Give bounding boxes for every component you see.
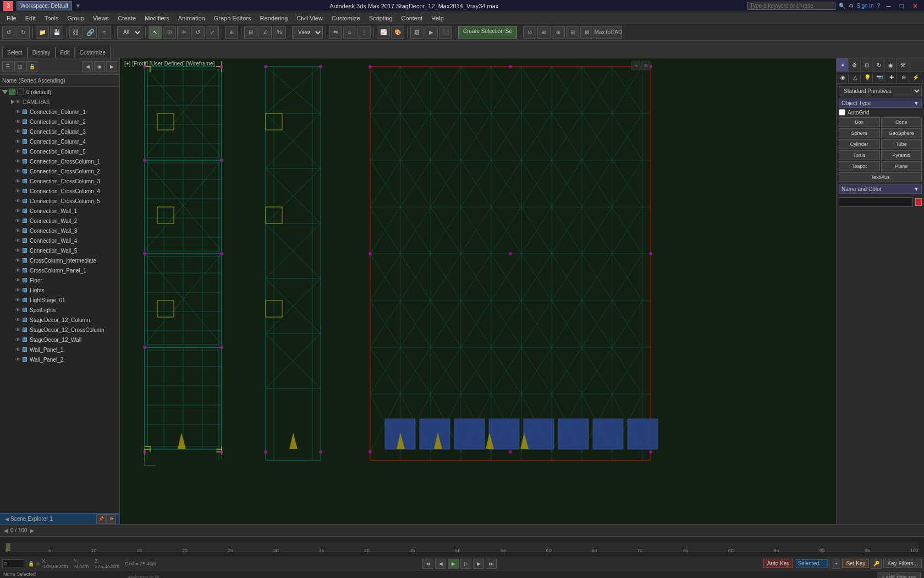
- percent-snap[interactable]: %: [273, 26, 286, 39]
- sign-in-link[interactable]: Sign In: [857, 3, 874, 9]
- list-item[interactable]: 👁 LightStage_01: [0, 295, 119, 305]
- render-frame-button[interactable]: ▶: [425, 26, 438, 39]
- eye-icon[interactable]: 👁: [15, 139, 20, 144]
- eye-icon[interactable]: 👁: [15, 287, 20, 293]
- align-button[interactable]: ≡: [343, 26, 356, 39]
- minimize-button[interactable]: ─: [883, 2, 894, 10]
- rotate-button[interactable]: ↺: [191, 26, 205, 39]
- eye-icon[interactable]: 👁: [15, 307, 20, 313]
- se-lock-icon[interactable]: 🔒: [26, 61, 37, 72]
- menu-rendering[interactable]: Rendering: [256, 14, 293, 23]
- key-mode-icon[interactable]: 🔑: [871, 559, 882, 569]
- active-render-button[interactable]: ⬛: [439, 26, 452, 39]
- viewport-canvas[interactable]: + ⊞: [120, 58, 836, 524]
- list-item[interactable]: 👁 Connection_Column_2: [0, 117, 119, 127]
- scene-list[interactable]: 0 (default) 👁 CAMERAS 👁 Connection_Colum…: [0, 87, 119, 513]
- snap-toggle[interactable]: ⊞: [244, 26, 257, 39]
- menu-graph-editors[interactable]: Graph Editors: [210, 14, 256, 23]
- tab-display[interactable]: Display: [28, 47, 56, 58]
- helpers-icon[interactable]: ✚: [886, 73, 897, 83]
- visibility-icon[interactable]: [18, 89, 24, 95]
- list-item[interactable]: 👁 SpotLights: [0, 305, 119, 315]
- angle-snap[interactable]: ∠: [258, 26, 272, 39]
- tab-customize[interactable]: Customize: [75, 47, 111, 58]
- list-item[interactable]: 👁 Connection_Column_1: [0, 107, 119, 117]
- eye-icon[interactable]: 👁: [15, 188, 20, 194]
- bind-button[interactable]: ≈: [98, 26, 111, 39]
- motion-tab[interactable]: ↻: [873, 58, 885, 72]
- play-button[interactable]: ▶: [448, 559, 459, 569]
- filter-dropdown[interactable]: All: [117, 26, 142, 39]
- frame-input[interactable]: [2, 559, 24, 568]
- eye-icon[interactable]: 👁: [15, 268, 20, 273]
- create-selection-button[interactable]: Create Selection Se: [458, 26, 517, 39]
- eye-icon[interactable]: 👁: [15, 347, 20, 352]
- options-icon[interactable]: ⚙: [849, 3, 854, 9]
- dropdown-arrow[interactable]: ▼: [75, 3, 81, 9]
- menu-tools[interactable]: Tools: [40, 14, 63, 23]
- list-item[interactable]: 👁 CrossColumn_Panel_1: [0, 265, 119, 275]
- workspace-button[interactable]: Workspace: Default: [16, 1, 72, 10]
- goto-end-button[interactable]: ⏭: [486, 559, 497, 569]
- se-display-icon[interactable]: ◫: [14, 61, 25, 72]
- eye-icon[interactable]: 👁: [15, 129, 20, 134]
- eye-icon[interactable]: 👁: [15, 168, 20, 174]
- display-tab[interactable]: ◉: [885, 58, 897, 72]
- menu-edit[interactable]: Edit: [21, 14, 40, 23]
- extra2[interactable]: ⊗: [537, 26, 551, 39]
- modify-tab[interactable]: ⚙: [849, 58, 861, 72]
- list-item[interactable]: 👁 CrossColumn_intermediate: [0, 255, 119, 265]
- hierarchy-tab[interactable]: ⊡: [861, 58, 873, 72]
- color-swatch[interactable]: [915, 198, 922, 206]
- tl-left-icon[interactable]: ◀: [2, 528, 9, 533]
- eye-icon[interactable]: 👁: [15, 198, 20, 204]
- list-item[interactable]: 👁 Connection_CrossColumn_1: [0, 156, 119, 166]
- save-button[interactable]: 💾: [50, 26, 63, 39]
- list-item[interactable]: 👁 Connection_CrossColumn_2: [0, 166, 119, 176]
- autokey-button[interactable]: Auto Key: [763, 559, 794, 568]
- prev-frame-button[interactable]: ◀: [435, 559, 446, 569]
- coord-system[interactable]: ⊕: [225, 26, 238, 39]
- list-item[interactable]: 👁 CAMERAS: [0, 97, 119, 107]
- list-item[interactable]: 👁 Lights: [0, 285, 119, 295]
- utilities-tab[interactable]: ⚒: [897, 58, 909, 72]
- list-item[interactable]: 👁 Connection_Wall_3: [0, 226, 119, 236]
- expand-icon[interactable]: [2, 90, 8, 94]
- menu-help[interactable]: Help: [427, 14, 448, 23]
- scale-button[interactable]: ⤢: [206, 26, 219, 39]
- expand-icon[interactable]: [11, 100, 14, 104]
- tab-select[interactable]: Select: [2, 47, 28, 58]
- se-filter-icon[interactable]: ☰: [2, 61, 13, 72]
- menu-file[interactable]: File: [2, 14, 21, 23]
- help-icon[interactable]: ?: [877, 3, 881, 9]
- eye-icon[interactable]: 👁: [15, 357, 20, 362]
- list-item[interactable]: 👁 Connection_Wall_1: [0, 206, 119, 216]
- create-tab[interactable]: ✦: [837, 58, 849, 72]
- eye-icon[interactable]: 👁: [15, 297, 20, 303]
- object-type-rollout[interactable]: Object Type ▼: [839, 99, 922, 108]
- name-color-rollout[interactable]: Name and Color ▼: [839, 184, 922, 194]
- redo-button[interactable]: ↻: [16, 26, 30, 39]
- list-item[interactable]: 👁 StageDecor_12_Column: [0, 315, 119, 325]
- menu-content[interactable]: Content: [397, 14, 427, 23]
- link-button[interactable]: ⛓: [69, 26, 82, 39]
- search-icon[interactable]: 🔍: [839, 3, 845, 9]
- extra1[interactable]: ⊙: [523, 26, 536, 39]
- eye-icon[interactable]: 👁: [15, 109, 20, 114]
- se-prev-icon[interactable]: ◀: [82, 61, 93, 72]
- add-time-tag-button[interactable]: + Add Time Tag: [877, 572, 921, 579]
- eye-icon[interactable]: 👁: [15, 248, 20, 253]
- plane-button[interactable]: Plane: [881, 161, 922, 171]
- menu-modifiers[interactable]: Modifiers: [140, 14, 174, 23]
- scroll-left-icon[interactable]: ◀: [3, 516, 10, 522]
- list-item[interactable]: 👁 Connection_Column_5: [0, 146, 119, 156]
- timeline-ruler[interactable]: 0 5 10 15 20 25 30 35 40 45 50 55 60 65 …: [0, 537, 924, 557]
- view-dropdown[interactable]: View: [292, 26, 323, 39]
- material-editor-button[interactable]: 🎨: [391, 26, 404, 39]
- teapot-button[interactable]: Teapot: [839, 161, 880, 171]
- eye-icon[interactable]: 👁: [15, 277, 20, 283]
- list-item[interactable]: 👁 Connection_CrossColumn_3: [0, 176, 119, 186]
- list-item[interactable]: 0 (default): [0, 87, 119, 97]
- play-selected-button[interactable]: ▷: [460, 559, 471, 569]
- extra3[interactable]: ⊕: [552, 26, 565, 39]
